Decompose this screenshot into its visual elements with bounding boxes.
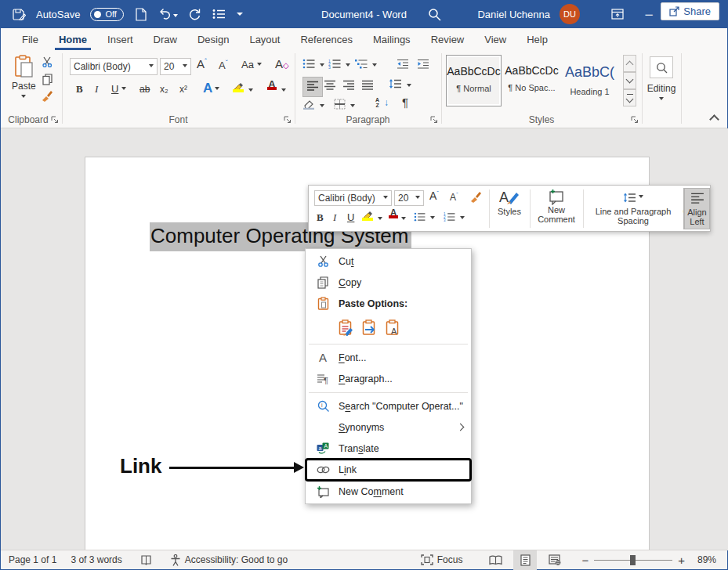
show-hide-pilcrow-button[interactable]: ¶ (402, 96, 408, 109)
mini-grow-font-button[interactable]: Aˆ (429, 189, 439, 202)
mini-font-color-button[interactable]: A (389, 209, 398, 218)
font-dialog-launcher[interactable] (284, 115, 292, 124)
keep-text-only-button[interactable]: A (386, 319, 401, 336)
zoom-in-button[interactable]: + (672, 554, 690, 567)
bullets-button[interactable] (302, 59, 324, 71)
mini-font-size-combo[interactable]: 20 (394, 190, 424, 206)
style-card-heading-1[interactable]: AaBbC(Heading 1 (562, 55, 618, 106)
styles-more-button[interactable] (623, 89, 636, 106)
tab-help[interactable]: Help (516, 28, 558, 50)
zoom-level[interactable]: 89% (690, 550, 727, 570)
mini-format-painter-button[interactable] (469, 190, 482, 205)
style-card-normal[interactable]: AaBbCcDc¶ Normal (446, 55, 502, 106)
paste-button[interactable]: Paste (12, 55, 36, 103)
font-color-dropdown-icon[interactable] (281, 88, 286, 94)
font-color-button[interactable]: A (267, 81, 277, 90)
bold-button[interactable]: B (76, 83, 83, 96)
undo-button[interactable] (158, 8, 178, 20)
zoom-slider-thumb[interactable] (630, 555, 636, 565)
minimize-button[interactable]: ─ (633, 0, 665, 28)
tab-design[interactable]: Design (187, 28, 239, 50)
read-mode-button[interactable] (484, 550, 507, 570)
accessibility-status[interactable]: Accessibility: Good to go (163, 550, 295, 570)
font-name-combo[interactable]: Calibri (Body) (70, 58, 158, 75)
mini-numbering-button[interactable]: 123 (444, 212, 465, 224)
copy-button[interactable] (42, 74, 53, 88)
context-menu-item-paste-options[interactable]: Paste Options: (306, 293, 471, 314)
borders-button[interactable] (334, 99, 355, 112)
mini-font-color-dropdown-icon[interactable] (401, 217, 406, 222)
tab-layout[interactable]: Layout (239, 28, 290, 50)
print-layout-button[interactable] (513, 550, 537, 570)
web-layout-button[interactable] (543, 550, 567, 570)
redo-icon[interactable] (188, 7, 202, 21)
multilevel-list-button[interactable] (355, 59, 377, 71)
merge-formatting-button[interactable] (362, 319, 378, 336)
context-menu-item-font[interactable]: AFont... (306, 347, 471, 368)
change-case-button[interactable]: Aa (241, 59, 262, 70)
tab-insert[interactable]: Insert (97, 28, 143, 50)
context-menu-item-link[interactable]: Link (306, 459, 471, 481)
styles-scroll-up-button[interactable] (623, 55, 636, 72)
tab-view[interactable]: View (474, 28, 516, 50)
center-button[interactable] (324, 80, 336, 92)
mini-bold-button[interactable]: B (317, 211, 324, 224)
mini-styles-button[interactable]: A Styles (492, 188, 527, 229)
proofing-icon[interactable] (129, 550, 163, 570)
context-menu-item-synonyms[interactable]: Synonyms (306, 417, 471, 438)
mini-italic-button[interactable]: I (333, 211, 336, 224)
tab-mailings[interactable]: Mailings (363, 28, 421, 50)
highlight-color-button[interactable] (233, 82, 244, 92)
strikethrough-button[interactable]: ab (139, 84, 150, 95)
grow-font-button[interactable]: Aˆ (197, 57, 207, 70)
paragraph-dialog-launcher[interactable] (430, 115, 439, 124)
styles-dialog-launcher[interactable] (631, 115, 639, 124)
numbering-button[interactable]: 123 (328, 59, 350, 71)
shrink-font-button[interactable]: Aˇ (219, 59, 228, 71)
style-card-no-spac[interactable]: AaBbCcDc¶ No Spac... (504, 55, 560, 106)
italic-button[interactable]: I (95, 83, 98, 96)
cut-button[interactable] (42, 56, 53, 70)
superscript-button[interactable]: x² (179, 84, 187, 95)
mini-underline-button[interactable]: U (347, 211, 354, 223)
tab-file[interactable]: File (12, 28, 49, 50)
ribbon-display-options-icon[interactable] (602, 0, 633, 28)
decrease-indent-button[interactable] (397, 59, 409, 71)
editing-dropdown-icon[interactable] (659, 97, 664, 103)
mini-line-spacing-button[interactable]: Line and Paragraph Spacing (586, 188, 680, 229)
mini-bullets-button[interactable] (414, 212, 435, 224)
context-menu-item-translate[interactable]: aATranslate (306, 438, 471, 459)
align-right-button[interactable] (342, 80, 355, 92)
shading-button[interactable] (302, 99, 324, 112)
context-menu-item-search[interactable]: iSearch "Computer Operat..." (306, 395, 471, 417)
user-name[interactable]: Daniel Uchenna (477, 9, 550, 20)
collapse-ribbon-icon[interactable] (709, 114, 719, 124)
share-button[interactable]: Share (661, 2, 719, 20)
word-count[interactable]: 3 of 3 words (63, 550, 129, 570)
tab-draw[interactable]: Draw (143, 28, 187, 50)
line-spacing-button[interactable] (389, 78, 411, 92)
context-menu-item-cut[interactable]: Cut (306, 251, 471, 272)
mini-new-comment-button[interactable]: New Comment (533, 188, 580, 229)
save-icon[interactable] (12, 7, 26, 21)
mini-highlight-button[interactable] (362, 211, 373, 221)
highlight-dropdown-icon[interactable] (248, 88, 253, 94)
styles-scroll-down-button[interactable] (623, 72, 636, 89)
context-menu-item-copy[interactable]: Copy (306, 272, 471, 293)
context-menu-item-new-comment[interactable]: New Comment (306, 481, 471, 502)
subscript-button[interactable]: x₂ (160, 84, 168, 95)
tab-home[interactable]: Home (49, 28, 97, 50)
autosave-toggle[interactable]: Off (90, 8, 123, 21)
zoom-out-button[interactable]: − (576, 554, 594, 567)
format-painter-button[interactable] (41, 89, 53, 104)
new-document-icon[interactable] (134, 7, 148, 21)
underline-button[interactable]: U (111, 83, 126, 95)
increase-indent-button[interactable] (417, 59, 429, 71)
editing-button[interactable] (650, 56, 673, 78)
focus-button[interactable]: Focus (414, 550, 470, 570)
text-effects-button[interactable]: A (203, 81, 219, 96)
mini-shrink-font-button[interactable]: Aˇ (450, 191, 458, 203)
avatar[interactable]: DU (560, 4, 580, 24)
undo-dropdown-icon[interactable] (173, 14, 178, 20)
bullet-list-icon[interactable] (212, 7, 226, 21)
